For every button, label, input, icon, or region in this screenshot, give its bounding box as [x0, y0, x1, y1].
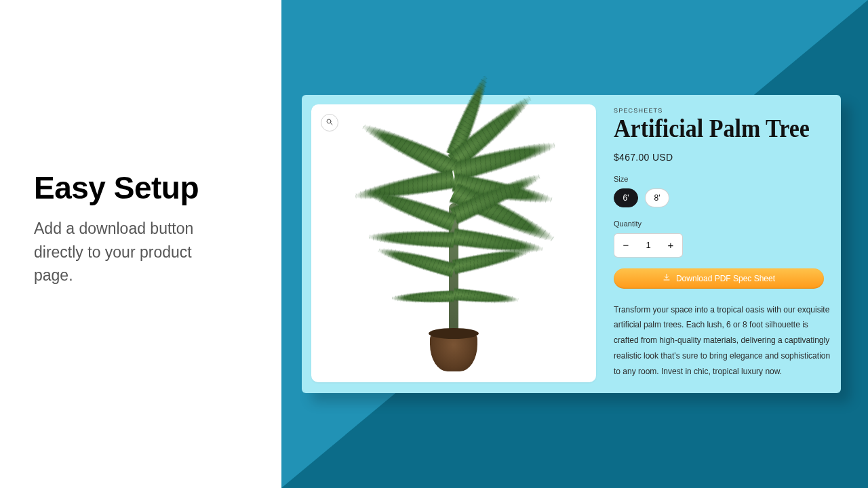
size-option-8ft[interactable]: 8': [645, 188, 669, 207]
product-card: SPECSHEETS Artificial Palm Tree $467.00 …: [302, 95, 841, 393]
marketing-headline: Easy Setup: [34, 169, 254, 206]
quantity-value: 1: [637, 240, 659, 250]
download-spec-button[interactable]: Download PDF Spec Sheet: [614, 268, 824, 289]
quantity-stepper: − 1 +: [614, 233, 683, 258]
hero-backdrop: SPECSHEETS Artificial Palm Tree $467.00 …: [281, 0, 868, 488]
zoom-button[interactable]: [321, 114, 338, 131]
size-option-6ft[interactable]: 6': [614, 188, 638, 207]
product-image: [359, 125, 549, 382]
size-options: 6' 8': [614, 188, 831, 207]
product-details: SPECSHEETS Artificial Palm Tree $467.00 …: [614, 104, 831, 384]
quantity-decrement[interactable]: −: [614, 234, 637, 257]
download-icon: [663, 273, 671, 283]
product-description: Transform your space into a tropical oas…: [614, 302, 831, 380]
product-image-panel: [311, 104, 596, 382]
download-label: Download PDF Spec Sheet: [676, 274, 775, 283]
svg-point-0: [327, 119, 331, 123]
quantity-increment[interactable]: +: [659, 234, 682, 257]
product-title: Artificial Palm Tree: [614, 115, 831, 142]
marketing-panel: Easy Setup Add a download button directl…: [0, 0, 281, 488]
svg-line-1: [331, 123, 333, 125]
product-overline: SPECSHEETS: [614, 107, 831, 114]
quantity-label: Quantity: [614, 220, 831, 228]
product-price: $467.00 USD: [614, 152, 831, 163]
zoom-icon: [326, 118, 334, 128]
size-label: Size: [614, 175, 831, 183]
marketing-subtext: Add a download button directly to your p…: [34, 217, 224, 287]
